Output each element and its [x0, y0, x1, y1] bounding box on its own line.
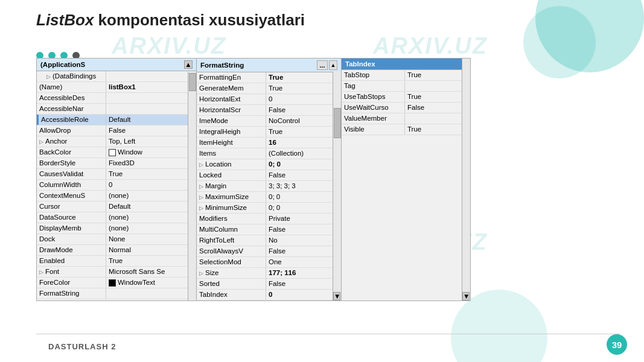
prop-row-margin: ▷Margin 3; 3; 3; 3	[197, 181, 341, 192]
prop-row-tabindex-mid: TabIndex 0	[197, 290, 341, 300]
prop-row-causesval: CausesValidat True	[37, 169, 196, 180]
page-number-text: 39	[612, 340, 622, 350]
prop-row-forecolor: ForeColor WindowText	[37, 278, 196, 288]
prop-row-size: ▷Size 177; 116	[197, 268, 341, 279]
prop-row-sorted: Sorted False	[197, 279, 341, 290]
page-number-badge: 39	[607, 334, 627, 355]
prop-row-multicolumn: MultiColumn False	[197, 224, 341, 235]
title-text: komponentasi xususiyatlari	[94, 11, 305, 29]
left-scrollbar-thumb[interactable]	[189, 73, 196, 91]
prop-row-selectionmod: SelectionMod One	[197, 257, 341, 268]
prop-row-valuemember: ValueMember	[342, 113, 470, 124]
mid-header-controls: ... ▲	[317, 60, 337, 70]
mid-panel-header: FormatString ... ▲	[197, 59, 341, 72]
prop-row-usewaitcurso: UseWaitCurso False	[342, 103, 470, 113]
right-scroll-down[interactable]: ▼	[462, 292, 470, 300]
expand-font-icon: ▷	[39, 269, 45, 275]
prop-row-datasource: DataSource (none)	[37, 212, 196, 223]
watermark-2: ARXIV.UZ	[373, 33, 488, 59]
mid-scrollbar-thumb[interactable]	[334, 108, 341, 138]
prop-row-visible: Visible True	[342, 124, 470, 135]
bottom-label: DASTURLASH 2	[48, 342, 116, 351]
prop-row-modifiers: Modifiers Private	[197, 214, 341, 224]
prop-row-backcolor: BackColor Window	[37, 147, 196, 158]
prop-row-borderstyle: BorderStyle Fixed3D	[37, 158, 196, 169]
left-scrollbar[interactable]	[188, 72, 196, 300]
prop-row-databindings: ▷(DataBindings	[37, 71, 196, 82]
mid-panel-header-text: FormatString	[200, 62, 244, 69]
prop-row-location: ▷Location 0; 0	[197, 159, 341, 170]
prop-row-itemheight: ItemHeight 16	[197, 138, 341, 148]
bottom-divider	[36, 334, 620, 334]
expand-minsize-icon: ▷	[199, 205, 205, 211]
watermark-1: ARXIV.UZ	[112, 33, 226, 59]
expand-icon: ▷	[46, 74, 53, 80]
left-panel: (ApplicationS ▲ ▷(DataBindings (Name) li…	[36, 58, 196, 301]
prop-row-items: Items (Collection)	[197, 148, 341, 159]
prop-row-formattingen: FormattingEn True	[197, 72, 341, 83]
mid-scroll-down[interactable]: ▼	[333, 292, 340, 300]
forecolor-swatch	[109, 279, 116, 287]
prop-row-accname: AccessibleNar	[37, 104, 196, 115]
prop-row-dock: Dock None	[37, 234, 196, 245]
backcolor-swatch	[109, 149, 116, 156]
page-title: ListBox komponentasi xususiyatlari	[36, 11, 305, 30]
prop-row-tabstop: TabStop True	[342, 70, 470, 81]
left-panel-header-text: (ApplicationS	[40, 61, 85, 68]
prop-row-enabled: Enabled True	[37, 256, 196, 267]
expand-maxsize-icon: ▷	[199, 194, 205, 200]
right-scrollbar[interactable]: ▼	[462, 59, 470, 300]
prop-row-horizontalscr: HorizontalScr False	[197, 105, 341, 116]
mid-scroll-up-btn[interactable]: ▲	[329, 60, 337, 70]
prop-row-tag: Tag	[342, 81, 470, 92]
prop-row-contextmenu: ContextMenuS (none)	[37, 191, 196, 202]
left-scroll-up[interactable]: ▲	[184, 60, 193, 69]
prop-row-allowdrop: AllowDrop False	[37, 125, 196, 136]
prop-row-integralheigh: IntegralHeigh True	[197, 127, 341, 138]
prop-row-drawmode: DrawMode Normal	[37, 245, 196, 256]
prop-row-formatstring: FormatString	[37, 288, 196, 299]
expand-size-icon: ▷	[199, 270, 205, 276]
prop-row-horizontalext: HorizontalExt 0	[197, 94, 341, 105]
right-header-tabindex: TabIndex	[345, 60, 375, 68]
right-panel-header: TabIndex 0	[342, 59, 470, 70]
prop-row-imemode: ImeMode NoControl	[197, 116, 341, 127]
right-panel: TabIndex 0 TabStop True Tag UseTabStops …	[341, 58, 471, 301]
prop-row-generatemem: GenerateMem True	[197, 83, 341, 94]
left-panel-header: (ApplicationS ▲	[37, 59, 196, 71]
expand-anchor-icon: ▷	[39, 139, 45, 145]
panels-container: (ApplicationS ▲ ▷(DataBindings (Name) li…	[36, 58, 471, 301]
prop-row-cursor: Cursor Default	[37, 202, 196, 212]
prop-row-righttoleft: RightToLeft No	[197, 235, 341, 246]
prop-row-minimumsize: ▷MinimumSize 0; 0	[197, 203, 341, 214]
expand-location-icon: ▷	[199, 162, 205, 168]
title-italic: ListBox	[36, 11, 94, 29]
prop-row-usetabstops: UseTabStops True	[342, 92, 470, 103]
prop-row-maximumsize: ▷MaximumSize 0; 0	[197, 192, 341, 203]
prop-row-accdes: AccessibleDes	[37, 93, 196, 104]
prop-row-accrole[interactable]: AccessibleRole Default	[37, 115, 196, 125]
prop-row-name: (Name) listBox1	[37, 82, 196, 93]
mid-scrollbar[interactable]: ▼	[333, 72, 341, 300]
prop-row-font: ▷Font Microsoft Sans Se	[37, 267, 196, 278]
prop-row-locked: Locked False	[197, 170, 341, 181]
expand-margin-icon: ▷	[199, 183, 205, 189]
prop-row-scrollalwaysv: ScrollAlwaysV False	[197, 246, 341, 257]
prop-row-colwidth: ColumnWidth 0	[37, 180, 196, 191]
mid-ellipsis-btn[interactable]: ...	[317, 60, 328, 70]
prop-row-anchor: ▷Anchor Top, Left	[37, 136, 196, 147]
mid-panel: FormatString ... ▲ FormattingEn True Gen…	[196, 58, 341, 301]
prop-row-displaymemb: DisplayMemb (none)	[37, 223, 196, 234]
